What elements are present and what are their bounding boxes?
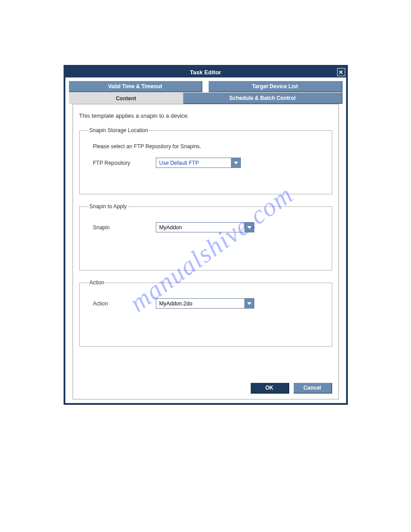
tab-content[interactable]: Content — [69, 93, 184, 104]
form-row-snapin: Snapin MyAddon — [89, 222, 323, 232]
tab-valid-time[interactable]: Valid Time & Timeout — [69, 81, 203, 92]
select-value: Use Default FTP — [156, 158, 231, 167]
group-legend: Action — [89, 279, 105, 286]
tab-row-upper: Valid Time & Timeout Target Device List — [69, 81, 342, 92]
close-button[interactable]: ✕ — [337, 68, 345, 76]
group-legend: Snapin Storage Location — [89, 127, 149, 133]
snapin-label: Snapin — [89, 224, 156, 231]
group-snapin-storage: Snapin Storage Location Please select an… — [79, 127, 332, 194]
action-label: Action — [89, 300, 156, 307]
task-editor-dialog: Task Editor ✕ Valid Time & Timeout Targe… — [64, 65, 348, 405]
action-select[interactable]: MyAddon.2do — [156, 298, 254, 309]
ok-button[interactable]: OK — [251, 383, 289, 394]
ftp-label: FTP Repository — [89, 160, 156, 166]
close-icon: ✕ — [338, 69, 343, 76]
intro-text: This template applies a snapin to a devi… — [79, 112, 332, 119]
chevron-down-icon — [244, 299, 254, 308]
group-legend: Snapin to Apply — [89, 203, 128, 210]
button-row: OK Cancel — [79, 377, 332, 394]
form-row-action: Action MyAddon.2do — [89, 298, 323, 309]
select-value: MyAddon.2do — [156, 299, 244, 308]
cancel-button[interactable]: Cancel — [294, 383, 332, 394]
tab-label: Valid Time & Timeout — [108, 83, 162, 90]
group-action: Action Action MyAddon.2do — [79, 279, 332, 347]
group-snapin-apply: Snapin to Apply Snapin MyAddon — [79, 203, 332, 270]
tab-label: Content — [116, 95, 136, 102]
chevron-down-icon — [244, 223, 254, 232]
titlebar: Task Editor ✕ — [65, 67, 346, 77]
ftp-repository-select[interactable]: Use Default FTP — [156, 158, 241, 168]
tab-target-device-list[interactable]: Target Device List — [209, 81, 342, 92]
tab-schedule-batch[interactable]: Schedule & Batch Control — [184, 93, 342, 104]
dialog-title: Task Editor — [190, 69, 221, 76]
snapin-select[interactable]: MyAddon — [156, 222, 254, 232]
form-row-ftp: FTP Repository Use Default FTP — [89, 158, 323, 168]
tab-area: Valid Time & Timeout Target Device List … — [65, 77, 346, 399]
tab-label: Schedule & Batch Control — [229, 95, 295, 101]
tab-label: Target Device List — [252, 83, 298, 90]
chevron-down-icon — [231, 158, 240, 167]
content-panel: This template applies a snapin to a devi… — [73, 104, 339, 399]
select-value: MyAddon — [156, 223, 244, 232]
tab-row-lower: Content Schedule & Batch Control — [69, 93, 342, 104]
storage-hint: Please select an FTP Repository for Snap… — [93, 143, 323, 150]
